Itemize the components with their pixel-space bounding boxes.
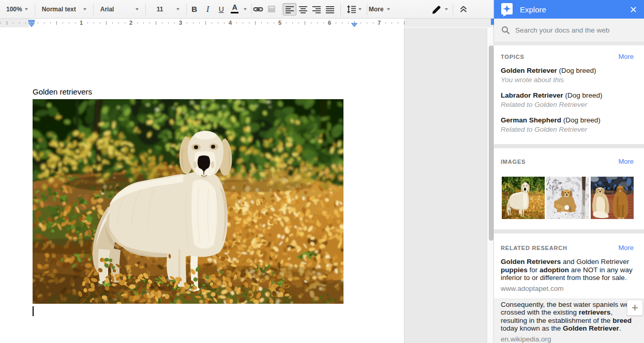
- svg-text:2: 2: [129, 20, 132, 26]
- svg-text:5: 5: [278, 20, 281, 26]
- svg-text:1: 1: [80, 20, 83, 26]
- svg-text:4: 4: [229, 20, 232, 26]
- svg-text:7: 7: [378, 20, 381, 26]
- svg-text:6: 6: [328, 20, 331, 26]
- svg-text:3: 3: [179, 20, 182, 26]
